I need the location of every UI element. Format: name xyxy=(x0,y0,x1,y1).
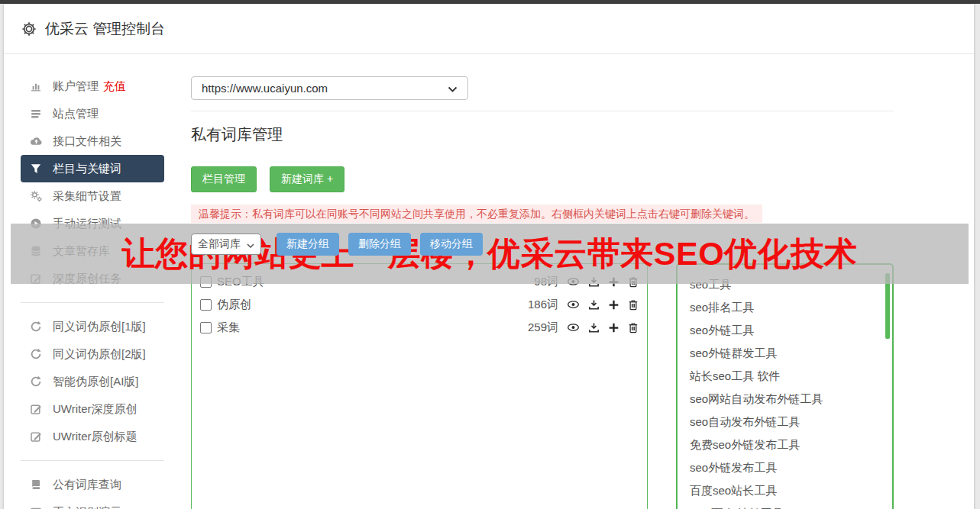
action-row: 栏目管理 新建词库 + xyxy=(191,166,894,192)
download-icon[interactable] xyxy=(588,299,600,311)
trash-icon[interactable] xyxy=(628,299,639,311)
site-url-value: https://www.ucaiyun.com xyxy=(202,82,328,95)
gear-logo-icon xyxy=(21,21,37,37)
lexicon-name[interactable]: 采集 xyxy=(217,321,240,335)
sidebar-item-label: 接口文件相关 xyxy=(53,134,121,149)
sidebar-item-collect-settings[interactable]: 采集细节设置 xyxy=(21,182,164,210)
group-filter-select[interactable]: 全部词库 xyxy=(191,234,261,255)
keyword-item[interactable]: 免费seo外链发布工具 xyxy=(690,433,886,456)
lexicon-checkbox[interactable] xyxy=(200,322,212,333)
view-icon[interactable] xyxy=(567,299,580,310)
group-toolbar: 全部词库 新建分组 删除分组 移动分组 xyxy=(191,233,894,256)
monitor-icon xyxy=(29,506,43,509)
sidebar-divider xyxy=(21,302,164,303)
lexicon-list-panel: SEO工具 98词 xyxy=(191,263,648,509)
lexicon-word-count: 186词 xyxy=(528,298,558,312)
sidebar-item-columns-keywords[interactable]: 栏目与关键词 xyxy=(21,155,164,182)
keyword-list-panel: seo工具 seo排名工具 seo外链工具 seo外链群发工具 站长seo工具 … xyxy=(676,263,894,509)
lexicon-checkbox[interactable] xyxy=(200,299,212,311)
move-group-button[interactable]: 移动分组 xyxy=(420,233,483,256)
sidebar-item-sites[interactable]: 站点管理 xyxy=(21,100,164,127)
group-filter-value: 全部词库 xyxy=(198,237,241,251)
keyword-item[interactable]: seo 百度 站长工具 xyxy=(690,502,886,509)
sidebar-item-label: 公有词库查询 xyxy=(53,478,121,492)
sidebar-item-label: 栏目与关键词 xyxy=(53,162,121,176)
site-url-select[interactable]: https://www.ucaiyun.com xyxy=(191,76,468,100)
keyword-item[interactable]: seo网站自动发布外链工具 xyxy=(690,388,886,411)
view-icon[interactable] xyxy=(567,322,580,333)
lexicon-word-count: 259词 xyxy=(528,321,558,335)
sidebar-item-label: 采集细节设置 xyxy=(53,189,121,204)
section-divider xyxy=(191,111,894,111)
sidebar-item-ai-rewrite[interactable]: 智能伪原创[AI版] xyxy=(21,368,164,395)
sidebar-item-synonym-v1[interactable]: 同义词伪原创[1版] xyxy=(21,313,164,340)
book-icon xyxy=(29,478,43,491)
funnel-icon xyxy=(29,163,43,175)
download-icon[interactable] xyxy=(588,322,600,333)
keyword-item[interactable]: seo排名工具 xyxy=(690,296,886,319)
sidebar-item-label: 智能伪原创[AI版] xyxy=(53,375,139,389)
chevron-down-icon xyxy=(247,238,254,250)
new-lexicon-button[interactable]: 新建词库 + xyxy=(270,166,344,192)
sidebar-item-account[interactable]: 账户管理 充值 xyxy=(21,72,164,100)
cloud-upload-icon xyxy=(29,135,43,147)
chevron-down-icon xyxy=(448,82,458,95)
keyword-item[interactable]: 百度seo站长工具 xyxy=(690,479,886,502)
sidebar-divider xyxy=(21,460,164,461)
add-icon[interactable] xyxy=(608,322,619,333)
keyword-item[interactable]: 站长seo工具 软件 xyxy=(690,365,886,388)
refresh-icon xyxy=(29,375,43,388)
keyword-item[interactable]: seo外链工具 xyxy=(690,319,886,342)
keyword-item[interactable]: seo外链群发工具 xyxy=(690,342,886,365)
site-list-icon xyxy=(29,108,43,120)
recharge-link[interactable]: 充值 xyxy=(103,79,126,94)
new-group-button[interactable]: 新建分组 xyxy=(277,233,339,256)
sidebar-item-label: 同义词伪原创[1版] xyxy=(53,320,146,334)
app-header: 优采云 管理控制台 xyxy=(4,4,974,54)
sidebar-item-label: 同义词伪原创[2版] xyxy=(53,347,146,362)
lexicon-name[interactable]: 伪原创 xyxy=(217,298,251,312)
app-title: 优采云 管理控制台 xyxy=(45,19,165,39)
keyword-item[interactable]: seo外链发布工具 xyxy=(690,456,886,479)
sidebar-item-uwriter-title[interactable]: UWriter原创标题 xyxy=(21,423,164,450)
gears-icon xyxy=(29,190,43,202)
add-icon[interactable] xyxy=(608,299,619,311)
sidebar-item-content-recognition[interactable]: 正文识别演示 xyxy=(21,498,164,509)
tip-message: 温馨提示：私有词库可以在同账号不同网站之间共享使用，不必重复添加。右侧框内关键词… xyxy=(191,205,762,223)
sidebar-item-label: UWriter原创标题 xyxy=(53,430,137,444)
sidebar-item-label: 正文识别演示 xyxy=(53,505,121,509)
refresh-icon xyxy=(29,321,43,333)
pencil-square-icon xyxy=(29,403,43,415)
lexicon-row: 采集 259词 xyxy=(192,316,647,339)
sidebar-item-label: 账户管理 xyxy=(53,79,99,94)
bar-chart-icon xyxy=(29,80,43,92)
page-title: 私有词库管理 xyxy=(191,124,894,145)
sidebar-item-synonym-v2[interactable]: 同义词伪原创[2版] xyxy=(21,340,164,368)
lexicon-row: 伪原创 186词 xyxy=(192,293,647,316)
trash-icon[interactable] xyxy=(628,322,639,333)
delete-group-button[interactable]: 删除分组 xyxy=(348,233,411,256)
keyword-item[interactable]: seo自动发布外链工具 xyxy=(690,411,886,433)
sidebar-item-interface-files[interactable]: 接口文件相关 xyxy=(21,127,164,155)
sidebar-item-label: 站点管理 xyxy=(53,107,99,121)
sidebar-item-label: UWriter深度原创 xyxy=(53,402,137,417)
pencil-square-icon xyxy=(29,430,43,443)
sidebar-item-uwriter-deep[interactable]: UWriter深度原创 xyxy=(21,395,164,423)
refresh-icon xyxy=(29,348,43,360)
manage-columns-button[interactable]: 栏目管理 xyxy=(191,166,257,192)
sidebar-item-public-lexicon[interactable]: 公有词库查询 xyxy=(21,471,164,498)
